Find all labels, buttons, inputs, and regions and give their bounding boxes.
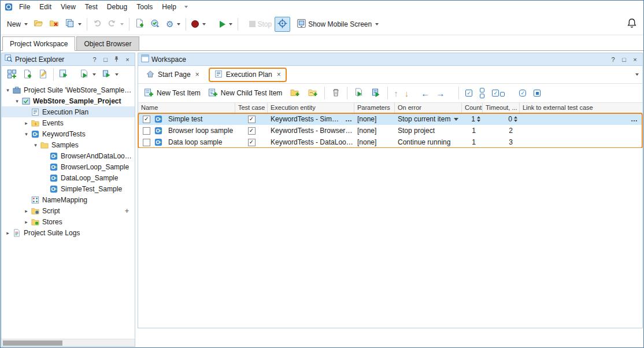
column-header-link[interactable]: Link to external test case xyxy=(520,103,642,113)
undo-button[interactable] xyxy=(90,17,105,31)
row-checkbox[interactable] xyxy=(143,139,150,146)
run-test-button[interactable] xyxy=(217,19,235,29)
test-case-checkbox[interactable]: ✓ xyxy=(248,139,256,146)
help-button[interactable]: ? xyxy=(90,56,99,63)
menu-help[interactable]: Help xyxy=(157,1,181,13)
close-tab-icon[interactable]: × xyxy=(277,71,281,79)
menu-file[interactable]: File xyxy=(14,1,35,13)
column-header-execution-entity[interactable]: Execution entity xyxy=(268,103,354,113)
browse-entity-button[interactable]: … xyxy=(343,115,354,123)
tree-item-execution-plan[interactable]: Execution Plan xyxy=(2,106,135,117)
run-selected-items-button[interactable] xyxy=(368,86,384,101)
close-panel-button[interactable]: × xyxy=(631,56,639,63)
count-cell[interactable]: 1 xyxy=(462,125,483,136)
table-row-browser-loop-sample[interactable]: Browser loop sample ✓ KeywordTests - Bro… xyxy=(138,125,642,136)
new-child-group-button[interactable] xyxy=(304,86,321,101)
run-project-button[interactable] xyxy=(76,68,99,82)
table-row-data-loop-sample[interactable]: Data loop sample ✓ KeywordTests - DataLo… xyxy=(138,136,642,148)
uncheck-all-button[interactable] xyxy=(476,86,488,100)
disable-selected-button[interactable] xyxy=(530,88,544,98)
column-header-name[interactable]: Name xyxy=(138,103,235,113)
new-button[interactable]: New xyxy=(4,18,31,30)
menu-edit[interactable]: Edit xyxy=(35,1,56,13)
name-cell[interactable]: Browser loop sample xyxy=(138,125,235,136)
link-cell[interactable]: … xyxy=(520,113,642,125)
point-and-fix-toggle[interactable] xyxy=(275,17,290,32)
expand-collapse-icon[interactable]: ▸ xyxy=(23,208,30,214)
run-project-suite-button[interactable] xyxy=(56,68,72,82)
count-spinner[interactable] xyxy=(477,116,480,122)
check-children-button[interactable]: ✓ xyxy=(488,88,508,98)
link-cell[interactable] xyxy=(520,136,642,148)
settings-button[interactable]: ⚙ xyxy=(163,18,183,30)
expand-collapse-icon[interactable]: ▾ xyxy=(32,142,39,148)
add-new-file-button[interactable] xyxy=(20,68,35,82)
delete-button[interactable] xyxy=(328,86,344,101)
expand-collapse-icon[interactable]: ▸ xyxy=(23,120,30,126)
tree-item-keyword-test[interactable]: DataLoop_Sample xyxy=(2,172,135,183)
add-script-unit-button[interactable]: + xyxy=(125,207,129,215)
timeout-cell[interactable]: 2 xyxy=(483,125,520,136)
horizontal-scrollbar[interactable] xyxy=(2,339,135,346)
scrollbar-thumb[interactable] xyxy=(3,340,62,346)
tree-item-stores[interactable]: ▸ Stores xyxy=(2,216,135,227)
test-case-cell[interactable]: ✓ xyxy=(235,136,268,148)
save-all-button[interactable] xyxy=(62,17,84,31)
edit-file-button[interactable] xyxy=(35,68,51,82)
test-case-cell[interactable]: ✓ xyxy=(235,125,268,136)
pin-button[interactable] xyxy=(112,55,121,64)
test-case-checkbox[interactable]: ✓ xyxy=(248,127,256,135)
test-case-cell[interactable]: ✓ xyxy=(235,113,268,125)
tab-start-page[interactable]: Start Page × xyxy=(142,68,204,82)
new-group-button[interactable] xyxy=(286,86,304,101)
show-mobile-screen-button[interactable]: Show Mobile Screen xyxy=(294,17,382,32)
name-cell[interactable]: Data loop sample xyxy=(138,136,235,148)
parameters-cell[interactable]: [none] xyxy=(354,125,395,136)
name-cell[interactable]: ✓ Simple test xyxy=(138,113,235,125)
stop-button[interactable]: Stop xyxy=(246,18,275,30)
menu-debug[interactable]: Debug xyxy=(102,1,132,13)
tree-item-keyword-test[interactable]: BrowserAndDataLoop_... xyxy=(2,150,135,161)
tree-item-script[interactable]: ▸ Script + xyxy=(2,205,135,216)
timeout-cell[interactable]: 3 xyxy=(483,136,520,148)
execution-entity-cell[interactable]: KeywordTests - BrowserL... xyxy=(268,125,354,136)
notifications-button[interactable] xyxy=(624,16,640,32)
column-header-on-error[interactable]: On error xyxy=(395,103,462,113)
tab-execution-plan[interactable]: Execution Plan × xyxy=(209,68,287,82)
row-checkbox[interactable] xyxy=(143,127,150,135)
help-button[interactable]: ? xyxy=(609,56,617,63)
run-focused-item-button[interactable] xyxy=(350,86,367,101)
move-up-button[interactable]: ↑ xyxy=(391,88,401,98)
run-selected-button[interactable] xyxy=(99,68,121,82)
tree-item-keyword-test[interactable]: BrowserLoop_Sample xyxy=(2,161,135,172)
expand-collapse-icon[interactable]: ▾ xyxy=(23,131,30,137)
expand-collapse-icon[interactable]: ▾ xyxy=(4,87,12,93)
checkpoint-wizard-button[interactable] xyxy=(147,17,163,31)
column-header-timeout[interactable]: Timeout, ... xyxy=(483,103,520,113)
count-cell[interactable]: 1 xyxy=(462,136,483,148)
count-cell[interactable]: 1 xyxy=(462,113,483,125)
move-left-button[interactable]: ← xyxy=(418,88,432,98)
menu-test[interactable]: Test xyxy=(80,1,102,13)
add-new-item-button[interactable] xyxy=(132,17,147,31)
close-project-button[interactable] xyxy=(46,17,62,31)
record-test-button[interactable] xyxy=(188,18,209,29)
execution-entity-cell[interactable]: KeywordTests - Simple... … xyxy=(268,113,354,125)
menu-view[interactable]: View xyxy=(56,1,80,13)
tree-item-keyword-test[interactable]: SimpleTest_Sample xyxy=(2,183,135,194)
expand-collapse-icon[interactable]: ▸ xyxy=(4,230,12,236)
tree-item-events[interactable]: ▸ Events xyxy=(2,117,135,128)
timeout-spinner[interactable] xyxy=(514,116,517,122)
expand-collapse-icon[interactable]: ▾ xyxy=(13,98,21,104)
new-child-test-item-button[interactable]: New Child Test Item xyxy=(205,86,286,101)
move-right-button[interactable]: → xyxy=(433,88,447,98)
tab-list-chevron-icon[interactable] xyxy=(635,73,639,76)
float-button[interactable]: □ xyxy=(620,56,628,63)
close-tab-icon[interactable]: × xyxy=(195,71,199,79)
float-button[interactable]: □ xyxy=(101,56,110,63)
column-header-parameters[interactable]: Parameters xyxy=(354,103,395,113)
tree-item-project-suite-logs[interactable]: ▸ Project Suite Logs xyxy=(2,227,135,238)
enable-selected-button[interactable]: ✓ xyxy=(516,88,530,98)
on-error-cell[interactable]: Stop project xyxy=(395,125,462,136)
test-case-checkbox[interactable]: ✓ xyxy=(248,116,256,123)
